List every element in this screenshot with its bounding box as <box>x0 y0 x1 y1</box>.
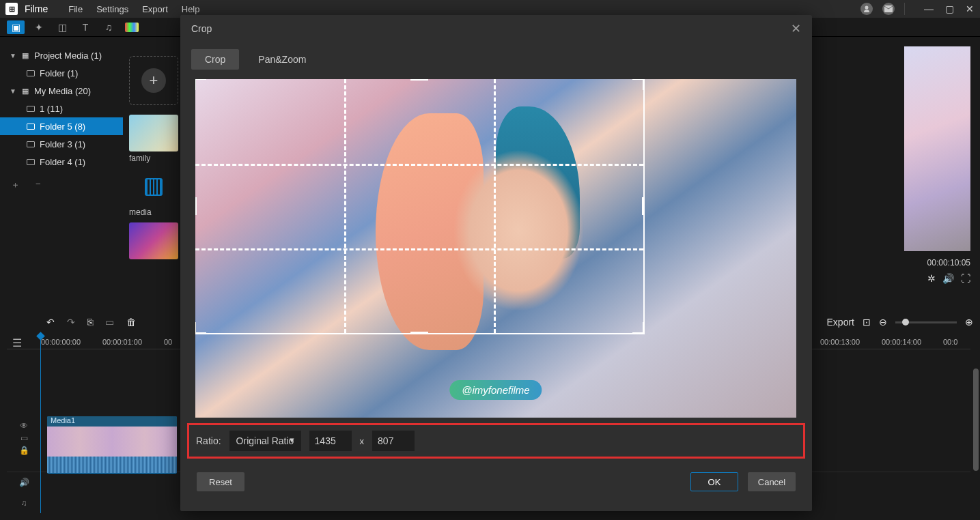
clip-thumbnails <box>47 427 177 457</box>
media-thumb-media[interactable]: media <box>129 169 178 217</box>
preview-controls: ✲ 🔊 ⛶ <box>813 273 970 284</box>
menu-icon[interactable]: ☰ <box>12 336 22 349</box>
divider <box>904 3 905 15</box>
video-icon: ▭ <box>20 433 28 443</box>
thumb-label: media <box>129 207 178 217</box>
export-button[interactable]: Export <box>827 317 854 328</box>
text-tool[interactable]: T <box>76 20 94 34</box>
modal-footer: Reset OK Cancel <box>180 459 812 505</box>
lock-icon[interactable]: 🔒 <box>19 446 29 455</box>
tree-folder-1[interactable]: 1 (11) <box>0 100 123 117</box>
ratio-select[interactable]: Original Ratio <box>229 431 301 451</box>
eye-icon[interactable]: 👁 <box>20 421 28 431</box>
tree-label: Folder 4 (1) <box>40 157 85 167</box>
menu-export[interactable]: Export <box>142 4 168 14</box>
playhead[interactable] <box>40 336 41 513</box>
crop-handle-right[interactable] <box>642 197 645 215</box>
mail-icon[interactable] <box>882 3 895 15</box>
ok-button[interactable]: OK <box>690 472 738 491</box>
menu-help[interactable]: Help <box>182 4 200 14</box>
tree-my-media[interactable]: ▼ ▦ My Media (20) <box>0 82 123 100</box>
tree-label: Folder 3 (1) <box>40 139 85 149</box>
music-icon[interactable]: ♫ <box>21 498 27 508</box>
folder-icon <box>26 122 36 130</box>
menu-file[interactable]: File <box>68 4 83 14</box>
fit-icon[interactable]: ⊡ <box>863 317 871 328</box>
modal-title-bar: Crop ✕ <box>180 15 812 42</box>
watermark: @imyfonefilme <box>449 380 542 400</box>
crop-handle-tl[interactable] <box>195 79 206 90</box>
crop-modal: Crop ✕ Crop Pan&Zoom @imyfonefilme Ratio… <box>180 15 812 511</box>
height-input[interactable] <box>372 431 415 451</box>
fullscreen-icon[interactable]: ⛶ <box>961 273 970 284</box>
menubar: File Settings Export Help <box>68 4 199 14</box>
add-media-button[interactable]: + <box>129 56 178 105</box>
tree-folder-3[interactable]: Folder 3 (1) <box>0 135 123 153</box>
thumb-image <box>129 115 178 151</box>
thumb-image <box>129 222 178 259</box>
add-folder-icon[interactable]: ＋ <box>11 179 22 188</box>
crop-handle-tr[interactable] <box>632 79 645 90</box>
tab-panzoom[interactable]: Pan&Zoom <box>244 49 320 70</box>
settings-icon[interactable]: ✲ <box>927 273 936 284</box>
time-tick: 00:00:13:00 <box>820 338 882 346</box>
time-tick: 00:00:00:00 <box>41 338 102 346</box>
track-head: 🔊 <box>7 478 41 487</box>
close-button[interactable]: ✕ <box>965 3 975 14</box>
crop-handle-left[interactable] <box>195 197 197 215</box>
minimize-button[interactable]: — <box>924 3 934 14</box>
tree-folder[interactable]: Folder (1) <box>0 64 123 82</box>
maximize-button[interactable]: ▢ <box>944 3 954 14</box>
redo-button[interactable]: ↷ <box>67 317 75 328</box>
cancel-button[interactable]: Cancel <box>748 472 796 491</box>
timeline-clip[interactable]: Media1 <box>47 416 177 474</box>
user-icon[interactable] <box>860 3 873 15</box>
remove-folder-icon[interactable]: − <box>36 179 46 188</box>
media-thumb-3[interactable] <box>129 222 178 259</box>
close-icon[interactable]: ✕ <box>791 21 801 36</box>
tree-label: My Media (20) <box>34 86 91 96</box>
dimension-separator: x <box>360 436 365 446</box>
effects-tool[interactable]: ✦ <box>30 20 48 34</box>
volume-icon[interactable]: 🔊 <box>19 478 29 487</box>
crop-canvas[interactable]: @imyfonefilme <box>195 79 796 418</box>
media-panel: + family media <box>126 46 188 306</box>
transitions-tool[interactable]: ◫ <box>53 20 71 34</box>
media-thumb-family[interactable]: family <box>129 115 178 163</box>
color-tool[interactable] <box>123 20 141 34</box>
clip-label: Media1 <box>47 416 177 427</box>
paste-button[interactable]: ▭ <box>105 317 114 328</box>
volume-icon[interactable]: 🔊 <box>942 273 954 284</box>
time-tick: 00:0 <box>943 338 970 346</box>
zoom-in-icon[interactable]: ⊕ <box>965 317 973 328</box>
menu-settings[interactable]: Settings <box>96 4 128 14</box>
tree-folder-4[interactable]: Folder 4 (1) <box>0 153 123 171</box>
undo-button[interactable]: ↶ <box>46 317 55 328</box>
titlebar-right: — ▢ ✕ <box>860 3 975 15</box>
crop-handle-bottom[interactable] <box>410 332 428 334</box>
crop-handle-top[interactable] <box>410 79 428 81</box>
folder-icon <box>26 158 36 166</box>
crop-handle-br[interactable] <box>632 322 645 334</box>
time-tick: 00:00:14:00 <box>882 338 943 346</box>
tab-crop[interactable]: Crop <box>191 49 239 70</box>
zoom-out-icon[interactable]: ⊖ <box>879 317 887 328</box>
copy-button[interactable]: ⎘ <box>87 317 93 328</box>
crop-boundary[interactable] <box>195 79 643 333</box>
tree-folder-5[interactable]: Folder 5 (8) <box>0 117 123 135</box>
app-name: Filme <box>25 3 48 14</box>
reset-button[interactable]: Reset <box>197 472 244 491</box>
width-input[interactable] <box>309 431 352 451</box>
crop-handle-bl[interactable] <box>195 322 206 334</box>
vertical-scrollbar[interactable] <box>973 369 979 471</box>
grid-line <box>195 164 643 166</box>
tree-project-media[interactable]: ▼ ▦ Project Media (1) <box>0 46 123 64</box>
grid-line <box>344 79 346 333</box>
delete-button[interactable]: 🗑 <box>126 317 136 328</box>
media-tool[interactable]: ▣ <box>7 20 25 34</box>
audio-tool[interactable]: ♫ <box>100 20 117 34</box>
sidebar-actions: ＋ − <box>0 171 123 197</box>
app-logo: ⊞ Filme <box>5 3 48 15</box>
zoom-slider[interactable] <box>895 321 957 323</box>
plus-icon: + <box>141 68 166 93</box>
